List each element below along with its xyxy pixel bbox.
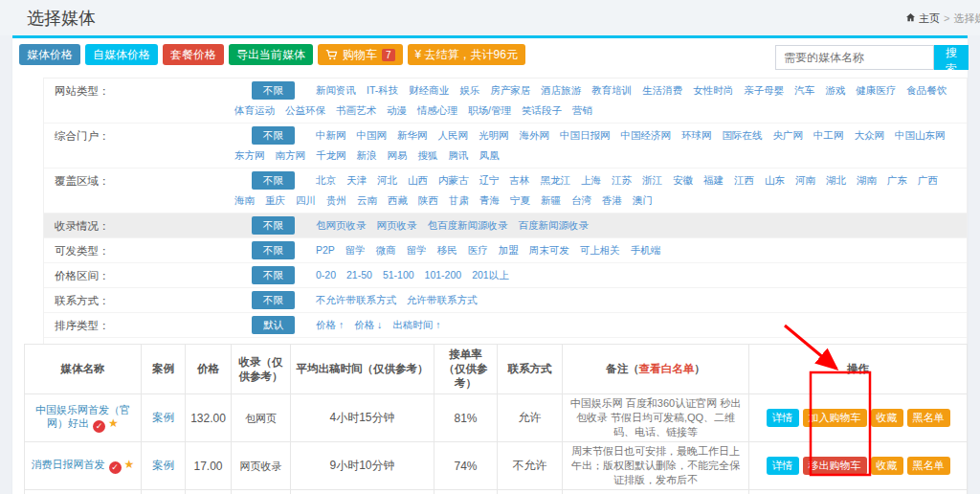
filter-option[interactable]: 0-20 <box>316 266 336 284</box>
detail-button[interactable]: 详情 <box>767 457 799 475</box>
filter-option[interactable]: 安徽 <box>673 171 693 190</box>
filter-option[interactable]: 重庆 <box>265 191 285 210</box>
filter-option[interactable]: 百度新闻源收录 <box>519 216 590 235</box>
filter-option[interactable]: 健康医疗 <box>856 81 896 100</box>
filter-option-selected[interactable]: 不限 <box>252 266 295 284</box>
filter-option[interactable]: 西藏 <box>388 191 408 210</box>
filter-option[interactable]: 海南 <box>234 191 255 210</box>
filter-option-selected[interactable]: 不限 <box>252 126 295 145</box>
breadcrumb-home[interactable]: 主页 <box>919 12 940 24</box>
filter-option[interactable]: 价格 ↑ <box>316 316 344 334</box>
filter-option[interactable]: 移民 <box>437 241 457 259</box>
filter-option[interactable]: 包网页收录 <box>316 216 367 235</box>
media-name-link[interactable]: 消费日报网首发 <box>32 459 105 470</box>
filter-option[interactable]: 人民网 <box>438 126 469 145</box>
filter-option[interactable]: 体育运动 <box>234 101 275 120</box>
filter-option[interactable]: 甘肃 <box>449 191 469 210</box>
detail-button[interactable]: 详情 <box>767 409 799 427</box>
filter-option[interactable]: 内蒙古 <box>438 171 469 190</box>
filter-option[interactable]: 动漫 <box>387 101 407 120</box>
filter-option[interactable]: 贵州 <box>326 191 346 210</box>
filter-option-selected[interactable]: 不限 <box>252 241 295 259</box>
filter-option[interactable]: 台湾 <box>571 191 591 210</box>
filter-option[interactable]: 亲子母婴 <box>744 81 784 100</box>
filter-option-selected[interactable]: 不限 <box>252 216 295 235</box>
filter-option-selected[interactable]: 默认 <box>252 316 295 334</box>
filter-option[interactable]: 价格 ↓ <box>354 316 382 334</box>
filter-option[interactable]: 201以上 <box>472 266 509 284</box>
filter-option[interactable]: 北京 <box>316 171 336 190</box>
filter-option[interactable]: 青海 <box>479 191 500 210</box>
filter-option[interactable]: 河北 <box>377 171 397 190</box>
filter-option[interactable]: 娱乐 <box>459 81 479 100</box>
filter-option[interactable]: 医疗 <box>468 241 488 259</box>
filter-option[interactable]: 21-50 <box>346 266 372 284</box>
filter-option[interactable]: 女性时尚 <box>693 81 733 100</box>
filter-option[interactable]: 中工网 <box>813 126 844 145</box>
filter-option[interactable]: 四川 <box>296 191 316 210</box>
filter-option[interactable]: 网易 <box>388 146 408 165</box>
search-input[interactable] <box>775 45 934 70</box>
filter-option[interactable]: 天津 <box>346 171 367 190</box>
filter-option[interactable]: 辽宁 <box>479 171 500 190</box>
add-to-cart-button[interactable]: 加入购物车 <box>803 409 867 427</box>
filter-option[interactable]: 食品餐饮 <box>906 81 947 100</box>
filter-option[interactable]: 房产家居 <box>490 81 530 100</box>
filter-option[interactable]: 山西 <box>408 171 428 190</box>
filter-option[interactable]: 不允许带联系方式 <box>316 291 396 309</box>
filter-option[interactable]: 网页收录 <box>377 216 417 235</box>
filter-option[interactable]: 江苏 <box>612 171 632 190</box>
filter-option[interactable]: 留学 <box>345 241 366 259</box>
filter-option[interactable]: 游戏 <box>825 81 845 100</box>
media-price-button[interactable]: 媒体价格 <box>19 44 80 65</box>
filter-option[interactable]: 新疆 <box>541 191 561 210</box>
filter-option[interactable]: 中新网 <box>316 126 346 145</box>
filter-option[interactable]: 出稿时间 ↑ <box>392 316 440 334</box>
filter-option[interactable]: 腾讯 <box>449 146 469 165</box>
filter-option[interactable]: P2P <box>316 241 335 259</box>
case-link[interactable]: 案例 <box>152 460 174 471</box>
filter-option[interactable]: 新闻资讯 <box>316 81 356 100</box>
filter-option[interactable]: 澳门 <box>633 191 653 210</box>
filter-option-selected[interactable]: 不限 <box>252 291 295 309</box>
filter-option[interactable]: 新浪 <box>357 146 377 165</box>
filter-option[interactable]: 浙江 <box>642 171 662 190</box>
filter-option[interactable]: 101-200 <box>425 266 462 284</box>
export-current-button[interactable]: 导出当前媒体 <box>229 44 313 65</box>
favorite-button[interactable]: 收藏 <box>871 457 903 475</box>
filter-option[interactable]: 情感心理 <box>417 101 457 120</box>
filter-option[interactable]: 允许带联系方式 <box>407 291 478 309</box>
blacklist-button[interactable]: 黑名单 <box>907 457 950 475</box>
filter-option[interactable]: 国际在线 <box>723 126 763 145</box>
filter-option[interactable]: 光明网 <box>479 126 509 145</box>
filter-option[interactable]: 笑话段子 <box>522 101 562 120</box>
filter-option[interactable]: 宁夏 <box>510 191 530 210</box>
filter-option[interactable]: 福建 <box>703 171 724 190</box>
cart-button[interactable]: 购物车7 <box>318 44 403 65</box>
filter-option[interactable]: 香港 <box>602 191 622 210</box>
filter-option[interactable]: 中国山东网 <box>895 126 946 145</box>
filter-option[interactable]: 南方网 <box>276 146 306 165</box>
filter-option[interactable]: 云南 <box>357 191 377 210</box>
filter-option[interactable]: 黑龙江 <box>541 171 571 190</box>
search-button[interactable]: 搜索媒体 <box>934 45 969 70</box>
filter-option[interactable]: 广东 <box>887 171 907 190</box>
filter-option[interactable]: 湖北 <box>826 171 846 190</box>
filter-option[interactable]: 汽车 <box>794 81 814 100</box>
filter-option[interactable]: 微商 <box>376 241 396 259</box>
filter-option[interactable]: 河南 <box>795 171 815 190</box>
filter-option[interactable]: 广西 <box>918 171 938 190</box>
filter-option[interactable]: 凤凰 <box>479 146 500 165</box>
whitelist-link[interactable]: 查看白名单 <box>639 363 695 374</box>
blacklist-button[interactable]: 黑名单 <box>907 409 950 427</box>
filter-option[interactable]: 山东 <box>765 171 785 190</box>
filter-option[interactable]: IT-科技 <box>367 81 398 100</box>
filter-option[interactable]: 酒店旅游 <box>541 81 581 100</box>
filter-option[interactable]: 上海 <box>581 171 601 190</box>
filter-option[interactable]: 手机端 <box>631 241 661 259</box>
filter-option[interactable]: 中国网 <box>357 126 388 145</box>
filter-option[interactable]: 51-100 <box>383 266 414 284</box>
checkout-button[interactable]: ¥ 去结算，共计96元 <box>408 44 525 65</box>
filter-option[interactable]: 大众网 <box>855 126 885 145</box>
filter-option[interactable]: 生活消费 <box>642 81 682 100</box>
